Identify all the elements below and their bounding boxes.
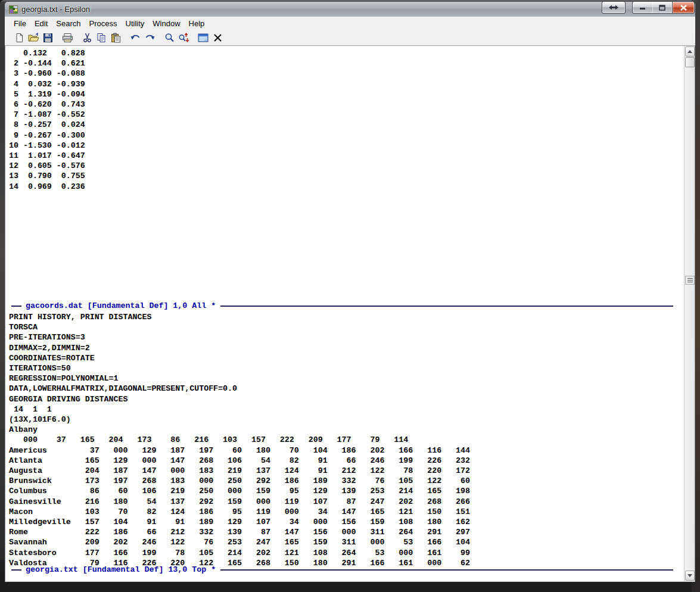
copy-icon: [97, 33, 107, 43]
menu-bar: FileEditSearchProcessUtilityWindowHelp: [5, 17, 695, 30]
search-icon: [164, 33, 175, 43]
delete-button[interactable]: [210, 30, 225, 45]
undo-icon: [130, 34, 141, 41]
menu-item-edit[interactable]: Edit: [30, 18, 52, 29]
toolbar: [5, 30, 695, 46]
search-replace-icon: [178, 33, 189, 43]
find-replace-button[interactable]: [176, 30, 191, 45]
open-file-icon: [28, 33, 39, 43]
paste-button[interactable]: [108, 30, 123, 45]
buffer-window-button[interactable]: [196, 30, 210, 45]
print-icon: [62, 33, 73, 43]
window-frame-left: [0, 48, 5, 560]
maximize-icon: [659, 5, 665, 11]
scroll-up-button[interactable]: [685, 46, 695, 57]
cut-button[interactable]: [80, 30, 94, 45]
modeline-rule: [220, 569, 673, 571]
save-file-icon: [43, 33, 53, 43]
minimize-button[interactable]: [632, 1, 654, 14]
open-file-button[interactable]: [26, 30, 41, 45]
bottom-modeline: georgia.txt [Fundamental Def] 13,0 Top *: [8, 565, 673, 575]
arrow-up-icon: [687, 50, 692, 53]
redo-icon: [144, 34, 155, 41]
title-bar[interactable]: georgia.txt - Epsilon: [5, 2, 695, 17]
menu-item-window[interactable]: Window: [148, 18, 184, 29]
save-file-button[interactable]: [41, 30, 55, 45]
epsilon-app-icon: [9, 5, 18, 14]
bottom-modeline-text: georgia.txt [Fundamental Def] 13,0 Top *: [26, 565, 216, 574]
redo-button[interactable]: [142, 30, 157, 45]
modeline-rule: [220, 306, 673, 307]
find-button[interactable]: [162, 30, 176, 45]
arrow-down-icon: [687, 574, 692, 577]
undo-button[interactable]: [128, 30, 142, 45]
vertical-scrollbar[interactable]: [684, 46, 695, 581]
epsilon-window: georgia.txt - Epsilon FileEditSearchProc…: [0, 0, 700, 592]
double-arrow-icon: [609, 5, 618, 10]
new-file-icon: [14, 33, 24, 43]
window-title: georgia.txt - Epsilon: [21, 5, 90, 14]
bottom-buffer-text[interactable]: PRINT HISTORY, PRINT DISTANCES TORSCA PR…: [9, 312, 470, 568]
top-buffer-text[interactable]: 0.132 0.828 2 -0.144 0.621 3 -0.960 -0.0…: [9, 48, 85, 192]
maximize-button[interactable]: [652, 1, 672, 14]
editor-client-area: 0.132 0.828 2 -0.144 0.621 3 -0.960 -0.0…: [5, 46, 695, 582]
menu-item-file[interactable]: File: [10, 18, 30, 29]
new-file-button[interactable]: [12, 30, 26, 45]
close-icon: [680, 5, 687, 11]
scrollbar-thumb[interactable]: [685, 57, 695, 67]
modeline-dash: [11, 306, 21, 307]
copy-button[interactable]: [94, 30, 108, 45]
menu-item-process[interactable]: Process: [85, 18, 122, 29]
swap-windows-button[interactable]: [602, 1, 626, 14]
scroll-down-button[interactable]: [685, 571, 695, 581]
cut-icon: [83, 33, 92, 43]
menu-item-help[interactable]: Help: [185, 18, 209, 29]
top-modeline: gacoords.dat [Fundamental Def] 1,0 All *: [8, 301, 673, 311]
print-button[interactable]: [60, 30, 74, 45]
buffer-window-icon: [198, 33, 209, 42]
window-split-grip[interactable]: [685, 276, 695, 285]
top-modeline-text: gacoords.dat [Fundamental Def] 1,0 All *: [26, 301, 216, 310]
menu-item-search[interactable]: Search: [52, 18, 85, 29]
x-icon: [213, 33, 222, 42]
close-button[interactable]: [672, 1, 695, 14]
modeline-dash: [11, 569, 21, 571]
menu-item-utility[interactable]: Utility: [122, 18, 149, 29]
minimize-icon: [640, 5, 646, 10]
paste-icon: [111, 33, 121, 43]
